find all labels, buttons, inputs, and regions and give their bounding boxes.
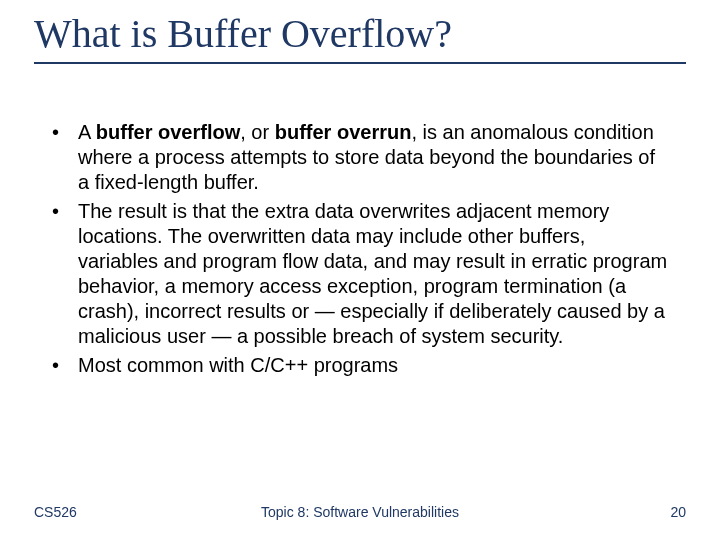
bullet-1-text-mid: , or (240, 121, 274, 143)
bullet-1-bold-1: buffer overflow (96, 121, 240, 143)
bullet-item-1: A buffer overflow, or buffer overrun, is… (42, 120, 670, 195)
bullet-2-text: The result is that the extra data overwr… (78, 200, 667, 347)
slide-body: A buffer overflow, or buffer overrun, is… (42, 120, 670, 382)
slide: What is Buffer Overflow? A buffer overfl… (0, 0, 720, 540)
slide-footer: CS526 Topic 8: Software Vulnerabilities … (34, 504, 686, 520)
footer-course-code: CS526 (34, 504, 77, 520)
slide-title: What is Buffer Overflow? (34, 12, 686, 64)
footer-page-number: 20 (670, 504, 686, 520)
bullet-1-text-pre: A (78, 121, 96, 143)
bullet-item-3: Most common with C/C++ programs (42, 353, 670, 378)
bullet-list: A buffer overflow, or buffer overrun, is… (42, 120, 670, 378)
bullet-1-bold-2: buffer overrun (275, 121, 412, 143)
bullet-3-text: Most common with C/C++ programs (78, 354, 398, 376)
bullet-item-2: The result is that the extra data overwr… (42, 199, 670, 349)
footer-topic: Topic 8: Software Vulnerabilities (34, 504, 686, 520)
